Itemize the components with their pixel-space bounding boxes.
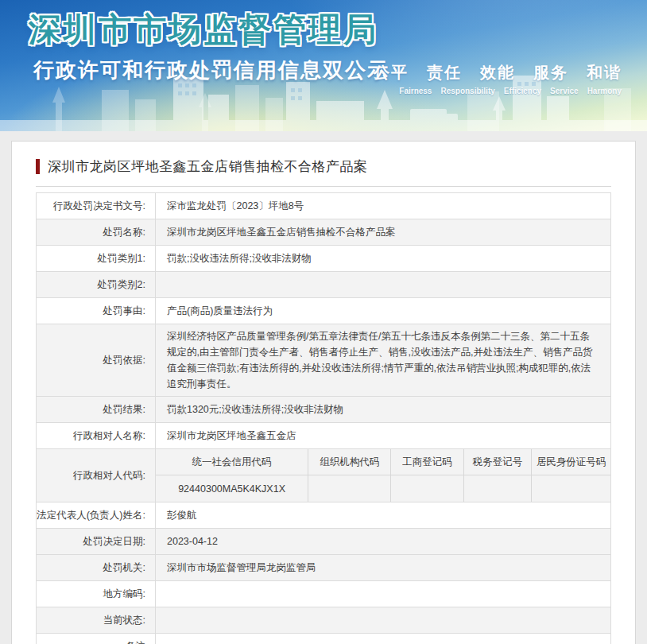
slogan-word: 责任 [427,62,462,83]
code-value [308,475,391,502]
row-value: 2023-04-12 [156,529,610,554]
row-value: 彭俊航 [156,502,610,528]
banner-subtitle: 行政许可和行政处罚信用信息双公示 [33,56,389,84]
banner-slogan: 公平责任效能服务和谐 FairnessResponsibilityEfficie… [374,62,622,95]
case-title-row: 深圳市龙岗区坪地圣鑫五金店销售抽检不合格产品案 [25,156,622,176]
code-column-header: 组织机构代码 [308,449,391,475]
code-column-header: 居民身份证号码 [532,449,610,475]
slogan-cn: 公平责任效能服务和谐 [374,62,622,83]
table-row: 处罚类别2: [37,272,610,298]
code-value [532,475,610,502]
row-label: 地方编码: [37,581,156,607]
row-label: 处罚依据: [37,324,156,396]
slogan-word-en: Responsibility [440,87,494,95]
code-column-header: 工商登记码 [391,449,464,475]
code-value: 92440300MA5K4KJX1X [156,475,308,502]
table-row: 处罚类别1:罚款;没收违法所得;没收非法财物 [37,246,610,272]
table-row: 处罚机关:深圳市市场监督管理局龙岗监管局 [37,555,610,581]
row-value: 深圳经济特区产品质量管理条例/第五章法律责任/第五十七条违反本条例第二十三条、第… [156,324,610,396]
table-row: 备注 [37,634,610,644]
row-value [156,581,610,607]
row-label: 处罚类别2: [37,272,156,297]
row-label: 处罚机关: [37,555,156,580]
agency-title: 深圳市市场监督管理局 [29,8,378,52]
row-value [156,607,610,633]
slogan-word: 和谐 [587,62,622,83]
row-label: 处罚决定日期: [37,529,156,554]
table-row: 当前状态: [37,607,610,634]
penalty-table: 行政处罚决定书文号:深市监龙处罚〔2023〕坪地8号处罚名称:深圳市龙岗区坪地圣… [36,192,611,644]
row-label: 行政相对人名称: [37,423,156,448]
code-value [464,475,532,502]
table-row: 处罚结果:罚款1320元;没收违法所得;没收非法财物 [37,397,610,423]
content-panel: 深圳市龙岗区坪地圣鑫五金店销售抽检不合格产品案 行政处罚决定书文号:深市监龙处罚… [11,141,636,644]
relative-person-code-grid: 统一社会信用代码组织机构代码工商登记码税务登记号居民身份证号码92440300M… [156,449,610,502]
row-value: 深圳市龙岗区坪地圣鑫五金店 [156,423,610,448]
row-value: 罚款;没收违法所得;没收非法财物 [156,246,610,271]
row-value: 罚款1320元;没收违法所得;没收非法财物 [156,397,610,422]
row-value: 深圳市市场监督管理局龙岗监管局 [156,555,610,580]
title-divider [36,186,611,187]
row-value: 统一社会信用代码组织机构代码工商登记码税务登记号居民身份证号码92440300M… [156,449,610,502]
code-column-header: 统一社会信用代码 [156,449,308,475]
row-label: 处罚名称: [37,219,156,245]
row-value: 深市监龙处罚〔2023〕坪地8号 [156,193,610,219]
slogan-en: FairnessResponsibilityEfficiencyServiceH… [374,87,622,95]
row-value: 深圳市龙岗区坪地圣鑫五金店销售抽检不合格产品案 [156,219,610,245]
table-row: 处罚决定日期:2023-04-12 [37,529,610,555]
row-value [156,634,610,644]
table-row: 处罚名称:深圳市龙岗区坪地圣鑫五金店销售抽检不合格产品案 [37,219,610,246]
table-row: 行政处罚决定书文号:深市监龙处罚〔2023〕坪地8号 [37,193,610,219]
slogan-word-en: Service [550,87,579,95]
table-row: 处罚依据:深圳经济特区产品质量管理条例/第五章法律责任/第五十七条违反本条例第二… [37,324,610,397]
code-column-header: 税务登记号 [464,449,532,475]
table-row: 法定代表人(负责人)姓名:彭俊航 [37,502,610,529]
row-label: 当前状态: [37,607,156,633]
row-value: 产品(商品)质量违法行为 [156,298,610,324]
row-label: 备注 [37,634,156,644]
row-label: 处罚结果: [37,397,156,422]
slogan-word: 服务 [533,62,568,83]
row-value [156,272,610,297]
slogan-word: 效能 [480,62,515,83]
table-row: 地方编码: [37,581,610,607]
slogan-word: 公平 [374,62,409,83]
slogan-word-en: Fairness [399,87,432,95]
case-title: 深圳市龙岗区坪地圣鑫五金店销售抽检不合格产品案 [48,157,368,176]
row-label: 法定代表人(负责人)姓名: [37,502,156,528]
row-label: 处罚类别1: [37,246,156,271]
row-label: 处罚事由: [37,298,156,324]
row-label: 行政相对人代码: [37,449,156,502]
slogan-word-en: Harmony [587,87,622,95]
table-row: 行政相对人代码:统一社会信用代码组织机构代码工商登记码税务登记号居民身份证号码9… [37,449,610,502]
table-row: 行政相对人名称:深圳市龙岗区坪地圣鑫五金店 [37,423,610,449]
row-label: 行政处罚决定书文号: [37,193,156,219]
table-row: 处罚事由:产品(商品)质量违法行为 [37,298,610,324]
header-banner: 深圳市市场监督管理局 行政许可和行政处罚信用信息双公示 公平责任效能服务和谐 F… [0,0,647,131]
slogan-word-en: Efficiency [504,87,541,95]
code-value [391,475,464,502]
title-marker-bar [36,159,40,174]
